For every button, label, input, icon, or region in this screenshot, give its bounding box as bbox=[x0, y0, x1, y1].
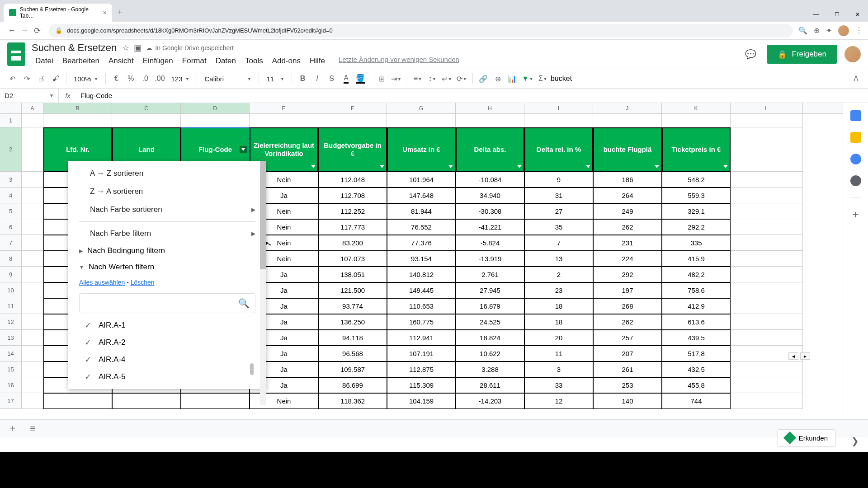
cell[interactable]: 415,9 bbox=[662, 251, 731, 267]
cell[interactable]: 34.940 bbox=[456, 188, 524, 203]
row-header[interactable]: 8 bbox=[0, 251, 22, 267]
cell[interactable] bbox=[731, 127, 803, 172]
row-header[interactable]: 10 bbox=[0, 282, 22, 298]
cell[interactable]: 329,1 bbox=[662, 203, 731, 219]
cell[interactable]: 197 bbox=[593, 282, 662, 298]
cell[interactable] bbox=[22, 219, 43, 235]
print-button[interactable]: 🖨 bbox=[34, 72, 48, 85]
cell[interactable] bbox=[43, 393, 112, 409]
merge-button[interactable]: ⇥▼ bbox=[389, 72, 403, 85]
cell[interactable]: 10.622 bbox=[456, 346, 524, 361]
explore-button[interactable]: Erkunden bbox=[778, 429, 835, 446]
cell[interactable]: 231 bbox=[593, 235, 662, 251]
cell[interactable]: 455,8 bbox=[662, 377, 731, 393]
extensions-icon[interactable]: ✦ bbox=[826, 26, 832, 35]
cell[interactable]: 101.964 bbox=[387, 172, 456, 188]
cell[interactable]: -30.308 bbox=[456, 203, 524, 219]
sort-az-item[interactable]: A → Z sortieren bbox=[68, 164, 266, 183]
font-size-select[interactable]: 11▼ bbox=[263, 75, 288, 83]
cell[interactable]: 186 bbox=[593, 172, 662, 188]
cell[interactable]: 118.362 bbox=[318, 393, 387, 409]
profile-icon[interactable] bbox=[838, 25, 849, 36]
dropdown-scrollbar-thumb[interactable] bbox=[260, 161, 266, 269]
cell[interactable] bbox=[318, 114, 387, 127]
cell[interactable] bbox=[22, 361, 43, 377]
cell[interactable] bbox=[22, 377, 43, 393]
table-header-cell[interactable]: Delta abs. bbox=[456, 127, 524, 172]
cell[interactable]: 147.648 bbox=[387, 188, 456, 203]
cell[interactable]: 559,3 bbox=[662, 188, 731, 203]
minimize-button[interactable]: — bbox=[806, 7, 826, 22]
cell[interactable]: 149.445 bbox=[387, 282, 456, 298]
cell[interactable] bbox=[22, 346, 43, 361]
cell[interactable]: 482,2 bbox=[662, 267, 731, 282]
cell[interactable]: 13 bbox=[524, 251, 593, 267]
cell[interactable]: 249 bbox=[593, 203, 662, 219]
cell[interactable] bbox=[731, 298, 803, 314]
cell[interactable]: 16.879 bbox=[456, 298, 524, 314]
strikethrough-button[interactable]: S bbox=[325, 72, 338, 85]
comments-button[interactable]: 💬 bbox=[741, 45, 760, 63]
spreadsheet-grid[interactable]: A B C D E F G H I J K L 12Lfd. Nr.LandFl… bbox=[0, 103, 843, 419]
cell[interactable] bbox=[22, 314, 43, 330]
cell[interactable]: 23 bbox=[524, 282, 593, 298]
select-all-corner[interactable] bbox=[0, 103, 22, 113]
cell[interactable]: 112.941 bbox=[387, 330, 456, 346]
collapse-toolbar-button[interactable]: ᐱ bbox=[849, 72, 863, 85]
cell[interactable] bbox=[22, 330, 43, 346]
cell[interactable]: 224 bbox=[593, 251, 662, 267]
cell[interactable]: 11 bbox=[524, 346, 593, 361]
cell[interactable]: 121.500 bbox=[318, 282, 387, 298]
filter-value-item[interactable]: ✓AIR.A-1 bbox=[79, 317, 255, 334]
table-header-cell[interactable]: Delta rel. in % bbox=[524, 127, 593, 172]
row-header[interactable]: 15 bbox=[0, 361, 22, 377]
zoom-addr-icon[interactable]: ⊕ bbox=[814, 26, 820, 35]
cell[interactable]: 3.288 bbox=[456, 361, 524, 377]
cell[interactable]: 112.252 bbox=[318, 203, 387, 219]
hscroll-left-button[interactable]: ◄ bbox=[788, 352, 798, 360]
col-header-K[interactable]: K bbox=[662, 103, 731, 113]
cell[interactable] bbox=[250, 114, 318, 127]
row-header[interactable]: 13 bbox=[0, 330, 22, 346]
cell[interactable] bbox=[731, 203, 803, 219]
cell[interactable] bbox=[22, 203, 43, 219]
row-header[interactable]: 1 bbox=[0, 114, 22, 127]
undo-button[interactable]: ↶ bbox=[5, 72, 19, 85]
hscroll-right-button[interactable]: ► bbox=[800, 352, 810, 360]
percent-button[interactable]: % bbox=[124, 72, 137, 85]
menu-bearbeiten[interactable]: Bearbeiten bbox=[59, 56, 103, 66]
cell[interactable] bbox=[22, 282, 43, 298]
cell[interactable]: 439,5 bbox=[662, 330, 731, 346]
add-sheet-button[interactable]: + bbox=[5, 422, 20, 436]
cell[interactable]: 104.159 bbox=[387, 393, 456, 409]
new-tab-button[interactable]: + bbox=[118, 8, 123, 17]
cell[interactable]: 112.875 bbox=[387, 361, 456, 377]
cell[interactable]: 115.309 bbox=[387, 377, 456, 393]
cell[interactable] bbox=[593, 114, 662, 127]
cell[interactable]: 81.944 bbox=[387, 203, 456, 219]
col-header-C[interactable]: C bbox=[112, 103, 181, 113]
cell[interactable]: -13.919 bbox=[456, 251, 524, 267]
menu-hilfe[interactable]: Hilfe bbox=[306, 56, 329, 66]
filter-search-box[interactable]: 🔍 bbox=[79, 293, 255, 313]
cell[interactable]: 257 bbox=[593, 330, 662, 346]
sheets-logo[interactable] bbox=[7, 42, 25, 66]
row-header[interactable]: 2 bbox=[0, 127, 22, 172]
cell[interactable]: 758,6 bbox=[662, 282, 731, 298]
calendar-sidebar-icon[interactable] bbox=[850, 110, 861, 121]
col-header-E[interactable]: E bbox=[250, 103, 318, 113]
cell[interactable]: 140.812 bbox=[387, 267, 456, 282]
col-header-A[interactable]: A bbox=[22, 103, 43, 113]
cell[interactable]: 262 bbox=[593, 219, 662, 235]
all-sheets-button[interactable]: ≡ bbox=[25, 422, 40, 436]
cell[interactable]: 31 bbox=[524, 188, 593, 203]
cell[interactable]: 96.568 bbox=[318, 346, 387, 361]
cell[interactable]: 412,9 bbox=[662, 298, 731, 314]
cell[interactable]: 292,2 bbox=[662, 219, 731, 235]
row-header[interactable]: 9 bbox=[0, 267, 22, 282]
sort-za-item[interactable]: Z → A sortieren bbox=[68, 183, 266, 201]
cell[interactable] bbox=[181, 114, 250, 127]
cell[interactable]: 138.051 bbox=[318, 267, 387, 282]
cell[interactable]: 33 bbox=[524, 377, 593, 393]
cell[interactable]: 335 bbox=[662, 235, 731, 251]
